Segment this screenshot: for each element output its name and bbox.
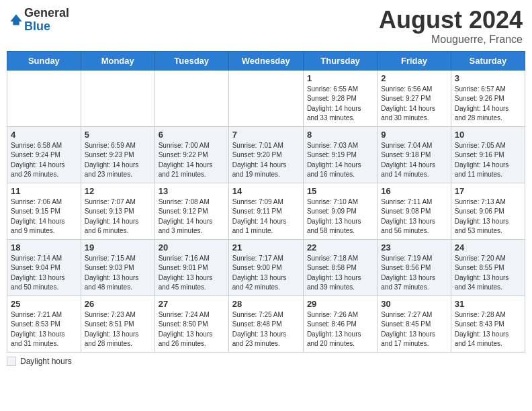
calendar-cell: 23Sunrise: 7:19 AM Sunset: 8:56 PM Dayli… [378, 239, 451, 295]
calendar-week-2: 4Sunrise: 6:58 AM Sunset: 9:24 PM Daylig… [7, 126, 525, 183]
day-number: 5 [85, 130, 151, 140]
day-number: 10 [455, 130, 521, 140]
calendar-cell: 28Sunrise: 7:25 AM Sunset: 8:48 PM Dayli… [228, 295, 303, 352]
day-number: 19 [85, 242, 151, 253]
day-info: Sunrise: 6:58 AM Sunset: 9:24 PM Dayligh… [11, 141, 77, 180]
day-info: Sunrise: 6:59 AM Sunset: 9:23 PM Dayligh… [85, 141, 151, 180]
calendar-cell: 25Sunrise: 7:21 AM Sunset: 8:53 PM Dayli… [7, 295, 81, 352]
day-info: Sunrise: 7:19 AM Sunset: 8:56 PM Dayligh… [381, 254, 447, 293]
day-number: 27 [159, 299, 225, 309]
day-number: 6 [159, 130, 225, 140]
day-number: 15 [307, 186, 373, 196]
day-info: Sunrise: 7:09 AM Sunset: 9:11 PM Dayligh… [232, 197, 300, 236]
day-info: Sunrise: 7:07 AM Sunset: 9:13 PM Dayligh… [85, 197, 151, 236]
calendar-cell: 1Sunrise: 6:55 AM Sunset: 9:28 PM Daylig… [303, 70, 377, 126]
footer-note: Daylight hours [7, 357, 525, 366]
day-number: 20 [159, 242, 225, 253]
day-number: 30 [381, 299, 447, 309]
calendar-cell: 13Sunrise: 7:08 AM Sunset: 9:12 PM Dayli… [154, 183, 228, 239]
calendar-cell: 3Sunrise: 6:57 AM Sunset: 9:26 PM Daylig… [451, 70, 525, 126]
day-info: Sunrise: 7:24 AM Sunset: 8:50 PM Dayligh… [159, 310, 225, 349]
calendar-cell: 5Sunrise: 6:59 AM Sunset: 9:23 PM Daylig… [81, 126, 154, 183]
day-number: 1 [307, 73, 373, 83]
month-year: August 2024 [379, 7, 523, 34]
day-number: 2 [381, 73, 447, 83]
day-info: Sunrise: 7:18 AM Sunset: 8:58 PM Dayligh… [307, 254, 373, 293]
calendar-cell: 27Sunrise: 7:24 AM Sunset: 8:50 PM Dayli… [154, 295, 228, 352]
day-info: Sunrise: 7:28 AM Sunset: 8:43 PM Dayligh… [455, 310, 521, 349]
header: General Blue August 2024 Mouguerre, Fran… [7, 7, 525, 46]
col-header-tuesday: Tuesday [154, 51, 228, 70]
day-info: Sunrise: 7:00 AM Sunset: 9:22 PM Dayligh… [159, 141, 225, 180]
calendar-cell [81, 70, 154, 126]
calendar-cell: 4Sunrise: 6:58 AM Sunset: 9:24 PM Daylig… [7, 126, 81, 183]
day-number: 7 [232, 130, 300, 140]
daylight-box [7, 357, 16, 366]
day-info: Sunrise: 7:26 AM Sunset: 8:46 PM Dayligh… [307, 310, 373, 349]
calendar-week-3: 11Sunrise: 7:06 AM Sunset: 9:15 PM Dayli… [7, 183, 525, 239]
day-number: 28 [232, 299, 300, 309]
daylight-label: Daylight hours [20, 357, 72, 366]
day-info: Sunrise: 7:03 AM Sunset: 9:19 PM Dayligh… [307, 141, 373, 180]
svg-marker-0 [10, 14, 21, 21]
day-info: Sunrise: 7:20 AM Sunset: 8:55 PM Dayligh… [455, 254, 521, 293]
calendar-cell: 20Sunrise: 7:16 AM Sunset: 9:01 PM Dayli… [154, 239, 228, 295]
calendar-cell: 12Sunrise: 7:07 AM Sunset: 9:13 PM Dayli… [81, 183, 154, 239]
svg-rect-1 [13, 21, 19, 25]
day-info: Sunrise: 7:27 AM Sunset: 8:45 PM Dayligh… [381, 310, 447, 349]
calendar-cell: 22Sunrise: 7:18 AM Sunset: 8:58 PM Dayli… [303, 239, 377, 295]
day-info: Sunrise: 7:25 AM Sunset: 8:48 PM Dayligh… [232, 310, 300, 349]
calendar-cell: 16Sunrise: 7:11 AM Sunset: 9:08 PM Dayli… [378, 183, 451, 239]
day-info: Sunrise: 7:17 AM Sunset: 9:00 PM Dayligh… [232, 254, 300, 293]
day-info: Sunrise: 7:23 AM Sunset: 8:51 PM Dayligh… [85, 310, 151, 349]
day-number: 11 [11, 186, 77, 196]
calendar-cell [154, 70, 228, 126]
title-block: August 2024 Mouguerre, France [379, 7, 523, 46]
calendar-cell: 18Sunrise: 7:14 AM Sunset: 9:04 PM Dayli… [7, 239, 81, 295]
day-number: 31 [455, 299, 521, 309]
day-info: Sunrise: 7:01 AM Sunset: 9:20 PM Dayligh… [232, 141, 300, 180]
calendar-cell: 19Sunrise: 7:15 AM Sunset: 9:03 PM Dayli… [81, 239, 154, 295]
day-number: 21 [232, 242, 300, 253]
day-info: Sunrise: 7:21 AM Sunset: 8:53 PM Dayligh… [11, 310, 77, 349]
col-header-sunday: Sunday [7, 51, 81, 70]
day-info: Sunrise: 7:11 AM Sunset: 9:08 PM Dayligh… [381, 197, 447, 236]
calendar-cell [228, 70, 303, 126]
day-info: Sunrise: 7:13 AM Sunset: 9:06 PM Dayligh… [455, 197, 521, 236]
day-info: Sunrise: 6:56 AM Sunset: 9:27 PM Dayligh… [381, 85, 447, 124]
calendar-cell: 8Sunrise: 7:03 AM Sunset: 9:19 PM Daylig… [303, 126, 377, 183]
col-header-thursday: Thursday [303, 51, 377, 70]
day-info: Sunrise: 7:10 AM Sunset: 9:09 PM Dayligh… [307, 197, 373, 236]
calendar-cell: 2Sunrise: 6:56 AM Sunset: 9:27 PM Daylig… [378, 70, 451, 126]
day-number: 18 [11, 242, 77, 253]
calendar-cell: 14Sunrise: 7:09 AM Sunset: 9:11 PM Dayli… [228, 183, 303, 239]
day-number: 8 [307, 130, 373, 140]
day-number: 9 [381, 130, 447, 140]
logo-blue-text: Blue [24, 20, 69, 34]
calendar-header-row: SundayMondayTuesdayWednesdayThursdayFrid… [7, 51, 525, 70]
day-info: Sunrise: 7:16 AM Sunset: 9:01 PM Dayligh… [159, 254, 225, 293]
col-header-monday: Monday [81, 51, 154, 70]
col-header-wednesday: Wednesday [228, 51, 303, 70]
day-number: 16 [381, 186, 447, 196]
logo-icon [9, 13, 23, 27]
calendar-cell: 7Sunrise: 7:01 AM Sunset: 9:20 PM Daylig… [228, 126, 303, 183]
calendar-cell: 31Sunrise: 7:28 AM Sunset: 8:43 PM Dayli… [451, 295, 525, 352]
day-info: Sunrise: 7:06 AM Sunset: 9:15 PM Dayligh… [11, 197, 77, 236]
calendar-cell: 17Sunrise: 7:13 AM Sunset: 9:06 PM Dayli… [451, 183, 525, 239]
calendar-week-4: 18Sunrise: 7:14 AM Sunset: 9:04 PM Dayli… [7, 239, 525, 295]
day-number: 3 [455, 73, 521, 83]
day-number: 4 [11, 130, 77, 140]
day-number: 29 [307, 299, 373, 309]
calendar-week-5: 25Sunrise: 7:21 AM Sunset: 8:53 PM Dayli… [7, 295, 525, 352]
calendar-cell: 30Sunrise: 7:27 AM Sunset: 8:45 PM Dayli… [378, 295, 451, 352]
calendar-cell: 9Sunrise: 7:04 AM Sunset: 9:18 PM Daylig… [378, 126, 451, 183]
day-number: 17 [455, 186, 521, 196]
day-info: Sunrise: 7:04 AM Sunset: 9:18 PM Dayligh… [381, 141, 447, 180]
day-info: Sunrise: 7:14 AM Sunset: 9:04 PM Dayligh… [11, 254, 77, 293]
location: Mouguerre, France [379, 34, 523, 46]
calendar-cell: 15Sunrise: 7:10 AM Sunset: 9:09 PM Dayli… [303, 183, 377, 239]
calendar-cell [7, 70, 81, 126]
calendar-cell: 29Sunrise: 7:26 AM Sunset: 8:46 PM Dayli… [303, 295, 377, 352]
calendar-cell: 10Sunrise: 7:05 AM Sunset: 9:16 PM Dayli… [451, 126, 525, 183]
